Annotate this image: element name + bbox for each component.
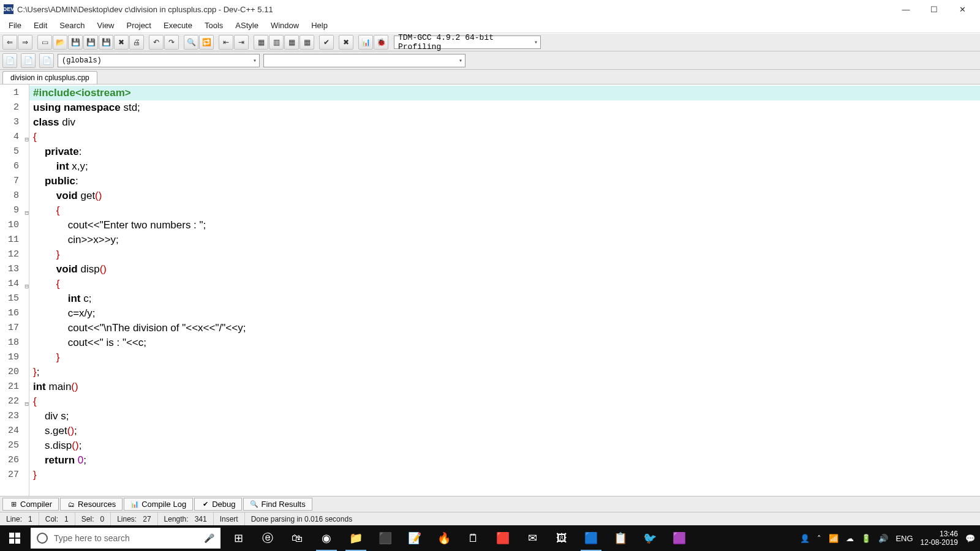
code-editor[interactable]: 1234567891011121314151617181920212223242… [0,84,980,496]
code-line[interactable]: class div [29,115,980,130]
taskbar-search[interactable]: Type here to search 🎤 [31,528,221,549]
close-button[interactable]: ✕ [948,0,976,18]
member-combo[interactable] [263,54,466,67]
menu-file[interactable]: File [2,20,28,31]
code-line[interactable]: return 0; [29,453,980,468]
close-file-button[interactable]: ✖ [114,35,129,50]
app-icon-1[interactable]: 🗒 [459,525,488,551]
file-tab[interactable]: division in cplusplus.cpp [2,71,97,84]
mail-icon[interactable]: ✉ [518,525,546,551]
code-line[interactable]: void disp() [29,262,980,277]
task-view-icon[interactable]: ⊞ [224,525,252,551]
compiler-profile-combo[interactable]: TDM-GCC 4.9.2 64-bit Profiling [394,36,541,49]
menu-search[interactable]: Search [53,20,91,31]
menu-tools[interactable]: Tools [198,20,229,31]
code-line[interactable]: cout<<"\nThe division of "<<x<<"/"<<y; [29,321,980,335]
devcpp-taskbar-icon[interactable]: 🟦 [577,525,605,551]
tray-chevron-icon[interactable]: ˄ [817,534,821,543]
code-line[interactable]: } [29,350,980,365]
goto-decl-button[interactable]: 📄 [21,53,36,68]
app-icon-3[interactable]: 🖼 [548,525,576,551]
debug-ok-button[interactable]: ✔ [319,35,334,50]
menu-window[interactable]: Window [265,20,305,31]
class-browser-combo[interactable]: (globals) [58,54,260,67]
new-file-button[interactable]: ▭ [37,35,52,50]
code-line[interactable]: { [29,277,980,291]
notepad-icon[interactable]: 📝 [401,525,429,551]
code-line[interactable]: cout<<" is : "<<c; [29,335,980,350]
menu-astyle[interactable]: AStyle [229,20,265,31]
outdent-button[interactable]: ⇤ [219,35,233,50]
code-line[interactable]: { [29,130,980,144]
start-button[interactable] [0,525,29,551]
forward-button[interactable]: ⇒ [18,35,32,50]
indent-button[interactable]: ⇥ [234,35,249,50]
code-line[interactable]: private: [29,144,980,159]
rebuild-button[interactable]: ▦ [300,35,314,50]
menu-view[interactable]: View [91,20,121,31]
code-line[interactable]: } [29,247,980,262]
new-class-button[interactable]: 📄 [2,53,17,68]
code-line[interactable]: int main() [29,380,980,394]
menu-execute[interactable]: Execute [157,20,198,31]
chrome-icon[interactable]: ◉ [312,525,341,551]
app-icon-4[interactable]: 📋 [606,525,635,551]
code-area[interactable]: #include<iostream>using namespace std;cl… [29,84,980,496]
bottom-tab-resources[interactable]: 🗂Resources [60,498,123,511]
twitter-icon[interactable]: 🐦 [636,525,664,551]
battery-icon[interactable]: 🔋 [861,534,871,543]
people-icon[interactable]: 👤 [800,534,810,543]
print-button[interactable]: 🖨 [129,35,144,50]
menu-edit[interactable]: Edit [28,20,53,31]
code-line[interactable]: cin>>x>>y; [29,233,980,247]
language-indicator[interactable]: ENG [895,534,913,543]
code-line[interactable]: }; [29,365,980,380]
terminal-icon[interactable]: ⬛ [371,525,399,551]
goto-impl-button[interactable]: 📄 [39,53,54,68]
volume-icon[interactable]: 🔊 [878,534,888,543]
code-line[interactable]: int x,y; [29,159,980,174]
open-button[interactable]: 📂 [53,35,67,50]
undo-button[interactable]: ↶ [149,35,164,50]
profile-del-button[interactable]: 🐞 [374,35,388,50]
taskbar-clock[interactable]: 13:46 12-08-2019 [921,530,958,547]
save-all-button[interactable]: 💾 [83,35,98,50]
explorer-icon[interactable]: 📁 [342,525,370,551]
code-line[interactable]: cout<<"Enter two numbers : "; [29,218,980,233]
store-icon[interactable]: 🛍 [283,525,311,551]
mic-icon[interactable]: 🎤 [204,533,214,543]
code-line[interactable]: c=x/y; [29,306,980,321]
profile-button[interactable]: 📊 [358,35,373,50]
code-line[interactable]: using namespace std; [29,100,980,115]
menu-project[interactable]: Project [121,20,157,31]
app-icon-5[interactable]: 🟪 [665,525,693,551]
maximize-button[interactable]: ☐ [920,0,948,18]
compile-button[interactable]: ▦ [254,35,268,50]
redo-button[interactable]: ↷ [164,35,179,50]
debug-skip-button[interactable]: ✖ [339,35,353,50]
replace-button[interactable]: 🔁 [199,35,214,50]
code-line[interactable]: } [29,468,980,482]
code-line[interactable]: div s; [29,409,980,424]
edge-icon[interactable]: ⓔ [254,525,282,551]
bottom-tab-compile-log[interactable]: 📊Compile Log [124,498,193,511]
code-line[interactable]: { [29,203,980,218]
code-line[interactable]: #include<iostream> [29,86,980,100]
bottom-tab-compiler[interactable]: ⊞Compiler [2,498,59,511]
minimize-button[interactable]: — [892,0,920,18]
code-line[interactable]: { [29,394,980,409]
save-as-button[interactable]: 💾 [99,35,113,50]
code-line[interactable]: s.get(); [29,424,980,438]
filezilla-icon[interactable]: 🔥 [430,525,458,551]
compile-run-button[interactable]: ▦ [284,35,299,50]
run-button[interactable]: ▥ [269,35,284,50]
notifications-icon[interactable]: 💬 [965,534,975,543]
code-line[interactable]: s.disp(); [29,438,980,453]
back-button[interactable]: ⇐ [2,35,17,50]
save-button[interactable]: 💾 [68,35,83,50]
app-icon-2[interactable]: 🟥 [489,525,517,551]
wifi-icon[interactable]: 📶 [829,534,839,543]
code-line[interactable]: void get() [29,189,980,203]
onedrive-icon[interactable]: ☁ [846,534,854,543]
code-line[interactable]: int c; [29,291,980,306]
